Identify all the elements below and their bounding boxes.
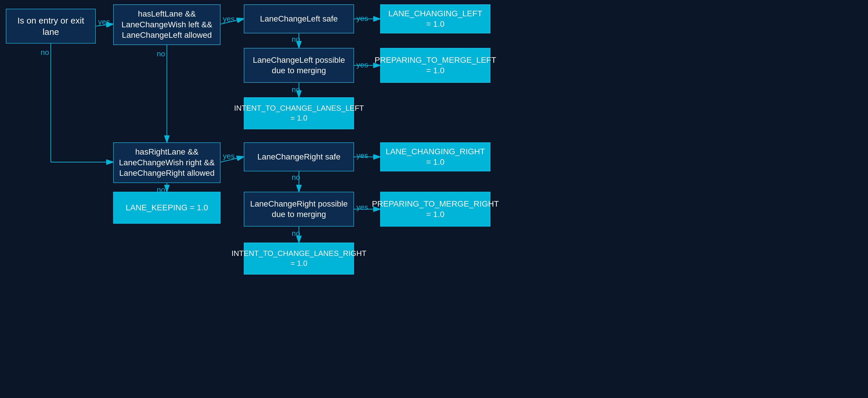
node-preparing-merge-left: PREPARING_TO_MERGE_LEFT = 1.0: [380, 48, 491, 83]
label-no1: no: [41, 48, 49, 57]
node-has-right-lane: hasRightLane && LaneChangeWish right && …: [113, 142, 221, 183]
label-yes2: yes: [223, 15, 235, 24]
label-no6: no: [292, 173, 300, 182]
node-lane-changing-right: LANE_CHANGING_RIGHT = 1.0: [380, 142, 491, 171]
label-yes4: yes: [356, 60, 368, 69]
node-has-left-lane: hasLeftLane && LaneChangeWish left && La…: [113, 4, 221, 45]
label-no4: no: [292, 85, 300, 94]
label-yes1: yes: [98, 18, 110, 26]
node-preparing-merge-right: PREPARING_TO_MERGE_RIGHT = 1.0: [380, 192, 491, 227]
node-intent-change-left: INTENT_TO_CHANGE_LANES_LEFT = 1.0: [244, 97, 354, 129]
label-yes5: yes: [223, 152, 235, 161]
label-no3: no: [292, 35, 300, 44]
node-lane-change-left-safe: LaneChangeLeft safe: [244, 4, 354, 33]
node-lane-change-right-safe: LaneChangeRight safe: [244, 142, 354, 171]
node-entry-exit-lane: Is on entry or exit lane: [6, 9, 96, 44]
node-intent-change-right: INTENT_TO_CHANGE_LANES_RIGHT = 1.0: [244, 243, 354, 275]
label-yes3: yes: [356, 14, 368, 23]
flowchart-diagram: Is on entry or exit lane yes no hasLeftL…: [0, 0, 868, 398]
label-yes7: yes: [356, 203, 368, 212]
node-lane-change-left-possible: LaneChangeLeft possible due to merging: [244, 48, 354, 83]
label-no2: no: [157, 49, 165, 58]
node-lane-changing-left: LANE_CHANGING_LEFT = 1.0: [380, 4, 491, 33]
label-no7: no: [292, 229, 300, 238]
node-lane-keeping: LANE_KEEPING = 1.0: [113, 192, 221, 224]
node-lane-change-right-possible: LaneChangeRight possible due to merging: [244, 192, 354, 227]
label-yes6: yes: [356, 151, 368, 160]
